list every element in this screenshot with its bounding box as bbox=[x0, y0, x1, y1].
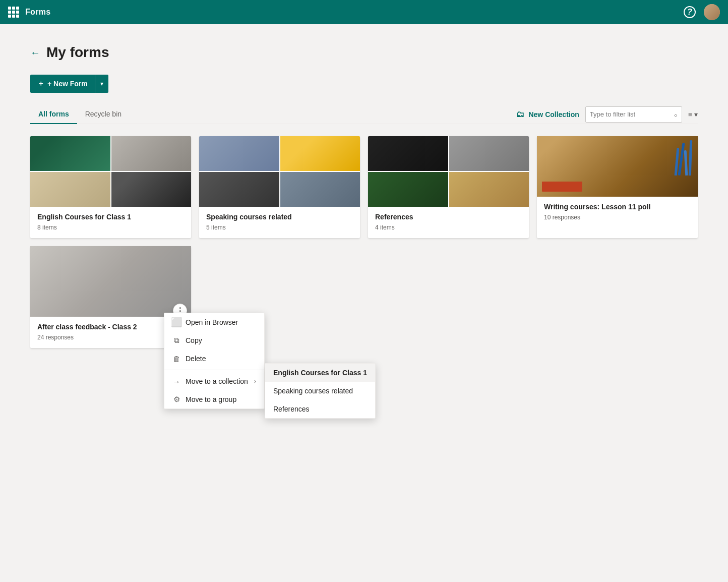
delete-icon: 🗑 bbox=[172, 355, 180, 363]
collection-image-4 bbox=[111, 172, 192, 207]
new-form-dropdown-chevron[interactable]: ▾ bbox=[95, 75, 108, 93]
ctx-move-group[interactable]: ⚙ Move to a group bbox=[164, 390, 264, 409]
tabs-row: All forms Recycle bin 🗂 New Collection ⬦… bbox=[30, 105, 698, 124]
page-title: My forms bbox=[46, 44, 109, 61]
new-form-button[interactable]: ＋ + New Form ▾ bbox=[30, 75, 108, 93]
collection-image-1 bbox=[199, 136, 279, 171]
form-card-name: After class feedback - Class 2 bbox=[37, 323, 184, 331]
filter-icon: ⬦ bbox=[674, 110, 678, 119]
collection-card-english[interactable]: English Courses for Class 1 8 items bbox=[30, 136, 191, 238]
ctx-copy[interactable]: ⧉ Copy bbox=[164, 331, 264, 350]
collection-image-2 bbox=[111, 136, 192, 171]
help-icon[interactable]: ? bbox=[684, 6, 696, 18]
submenu-item-speaking[interactable]: Speaking courses related bbox=[265, 382, 375, 400]
app-launcher-icon[interactable] bbox=[8, 7, 19, 18]
collection-count: 5 items bbox=[206, 224, 353, 231]
form-card-name: Writing courses: Lesson 11 poll bbox=[544, 203, 691, 211]
pencils-decoration bbox=[676, 140, 692, 176]
view-toggle-icon: ≡ bbox=[688, 110, 692, 119]
collection-image-2 bbox=[280, 136, 360, 171]
form-card-image bbox=[30, 246, 191, 317]
tab-all-forms[interactable]: All forms bbox=[30, 105, 77, 124]
collection-info: Speaking courses related 5 items bbox=[199, 207, 360, 238]
nav-right: ? bbox=[684, 4, 720, 20]
collection-name: References bbox=[375, 213, 522, 221]
app-title: Forms bbox=[25, 8, 50, 17]
submenu-item-english[interactable]: English Courses for Class 1 bbox=[265, 364, 375, 382]
collection-icon: 🗂 bbox=[516, 110, 524, 119]
collection-name: English Courses for Class 1 bbox=[37, 213, 184, 221]
collection-image-1 bbox=[30, 136, 110, 171]
collection-images bbox=[30, 136, 191, 207]
toolbar: ＋ + New Form ▾ bbox=[30, 75, 698, 93]
new-form-label: ＋ + New Form bbox=[30, 75, 95, 93]
form-card-responses: 24 responses bbox=[37, 334, 184, 341]
tab-recycle-bin[interactable]: Recycle bin bbox=[77, 105, 130, 124]
browser-icon: ⬜ bbox=[172, 318, 180, 326]
top-navigation: Forms ? bbox=[0, 0, 728, 24]
collection-info: English Courses for Class 1 8 items bbox=[30, 207, 191, 238]
collection-count: 8 items bbox=[37, 224, 184, 231]
submenu-arrow-icon: › bbox=[254, 378, 256, 385]
view-toggle[interactable]: ≡ ▾ bbox=[688, 110, 698, 119]
context-menu: ⬜ Open in Browser ⧉ Copy 🗑 Delete → Move… bbox=[164, 313, 265, 409]
avatar-image bbox=[704, 4, 720, 20]
ctx-move-left: → Move to a collection bbox=[172, 377, 248, 385]
collection-image-3 bbox=[199, 172, 279, 207]
group-icon: ⚙ bbox=[172, 395, 180, 403]
form-card-responses: 10 responses bbox=[544, 214, 691, 221]
ctx-move-collection[interactable]: → Move to a collection › bbox=[164, 372, 264, 390]
collection-name: Speaking courses related bbox=[206, 213, 353, 221]
collection-card-references[interactable]: References 4 items bbox=[368, 136, 529, 238]
back-button[interactable]: ← bbox=[30, 47, 40, 59]
collection-count: 4 items bbox=[375, 224, 522, 231]
form-card-image bbox=[537, 136, 698, 197]
tabs-right: 🗂 New Collection ⬦ ≡ ▾ bbox=[516, 106, 698, 123]
submenu-item-references[interactable]: References bbox=[265, 400, 375, 418]
filter-input-wrapper: ⬦ bbox=[585, 106, 682, 123]
new-collection-button[interactable]: 🗂 New Collection bbox=[516, 110, 579, 119]
collection-image-2 bbox=[449, 136, 529, 171]
copy-icon: ⧉ bbox=[172, 336, 180, 344]
collection-images bbox=[368, 136, 529, 207]
collection-image-1 bbox=[368, 136, 448, 171]
collection-card-speaking[interactable]: Speaking courses related 5 items bbox=[199, 136, 360, 238]
ctx-open-browser[interactable]: ⬜ Open in Browser bbox=[164, 313, 264, 331]
book-decoration bbox=[542, 182, 582, 192]
nav-left: Forms bbox=[8, 7, 50, 18]
ctx-delete[interactable]: 🗑 Delete bbox=[164, 350, 264, 368]
collection-info: References 4 items bbox=[368, 207, 529, 238]
collection-image-3 bbox=[30, 172, 110, 207]
ctx-separator bbox=[164, 370, 264, 370]
collection-image-4 bbox=[449, 172, 529, 207]
page-header: ← My forms bbox=[30, 44, 698, 61]
form-card-info: Writing courses: Lesson 11 poll 10 respo… bbox=[537, 197, 698, 228]
tabs-left: All forms Recycle bin bbox=[30, 105, 130, 124]
move-icon: → bbox=[172, 377, 180, 385]
form-card-writing[interactable]: Writing courses: Lesson 11 poll 10 respo… bbox=[537, 136, 698, 238]
main-content: ← My forms ＋ + New Form ▾ All forms Recy… bbox=[0, 24, 728, 368]
cards-grid: English Courses for Class 1 8 items Spea… bbox=[30, 136, 698, 348]
collection-image-3 bbox=[368, 172, 448, 207]
view-toggle-chevron: ▾ bbox=[694, 110, 698, 119]
user-avatar[interactable] bbox=[704, 4, 720, 20]
form-card-image-bg bbox=[30, 246, 191, 317]
collection-images bbox=[199, 136, 360, 207]
collection-image-4 bbox=[280, 172, 360, 207]
submenu: English Courses for Class 1 Speaking cou… bbox=[265, 363, 376, 419]
filter-input[interactable] bbox=[590, 110, 671, 118]
plus-icon: ＋ bbox=[37, 79, 44, 88]
